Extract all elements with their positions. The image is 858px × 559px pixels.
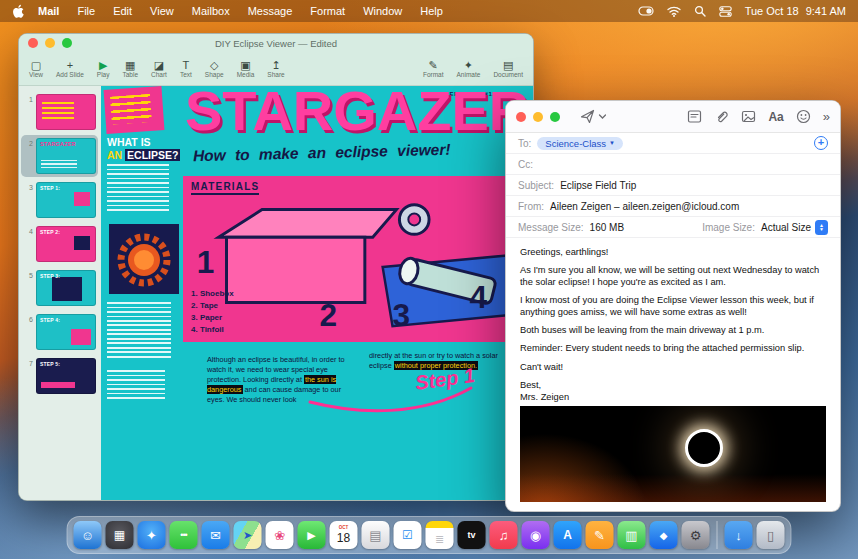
- cc-field[interactable]: Cc:: [506, 154, 840, 175]
- format-fonts-button[interactable]: Aa: [768, 110, 783, 124]
- slide-headline[interactable]: STARGAZER: [185, 86, 529, 143]
- menu-app-name[interactable]: Mail: [29, 5, 68, 17]
- slide-thumbnail-row-2[interactable]: 2 STARGAZER: [21, 135, 98, 177]
- message-body[interactable]: Greetings, earthlings! As I'm sure you a…: [506, 238, 840, 403]
- control-center-icon[interactable]: [719, 6, 732, 17]
- emoji-icon[interactable]: [796, 109, 811, 124]
- menu-item-edit[interactable]: Edit: [104, 5, 141, 17]
- message-size-label: Message Size:: [518, 222, 584, 233]
- paragraph-placeholder[interactable]: [107, 370, 165, 400]
- text-button[interactable]: TText: [180, 59, 192, 78]
- play-button[interactable]: ▶Play: [97, 59, 110, 78]
- paragraph-placeholder[interactable]: [107, 164, 169, 212]
- subject-field[interactable]: Subject: Eclipse Field Trip: [506, 175, 840, 196]
- dock-numbers-icon[interactable]: ▥: [618, 521, 646, 549]
- dock-system-settings-icon[interactable]: ⚙: [682, 521, 710, 549]
- dock-podcasts-icon[interactable]: ◉: [522, 521, 550, 549]
- eclipse-photo-attachment[interactable]: [520, 406, 826, 502]
- dock-trash-icon[interactable]: ▯: [757, 521, 785, 549]
- slide-canvas[interactable]: EXPERIMENT #11 STARGAZER How to make an …: [101, 86, 533, 500]
- slide-thumbnail-6[interactable]: STEP 4:: [36, 314, 96, 350]
- dock-notes-icon[interactable]: ≣: [426, 521, 454, 549]
- dock-tv-icon[interactable]: tv: [458, 521, 486, 549]
- minimize-button[interactable]: [533, 112, 543, 122]
- slide-thumbnail-2[interactable]: STARGAZER: [36, 138, 96, 174]
- slide-thumbnail-4[interactable]: STEP 2:: [36, 226, 96, 262]
- menu-item-mailbox[interactable]: Mailbox: [183, 5, 239, 17]
- dock-launchpad-icon[interactable]: ▦: [106, 521, 134, 549]
- view-button[interactable]: ▢View: [29, 59, 43, 78]
- dock-safari-icon[interactable]: ✦: [138, 521, 166, 549]
- keynote-titlebar[interactable]: DIY Eclipse Viewer — Edited: [19, 34, 533, 52]
- dock-maps-icon[interactable]: ➤: [234, 521, 262, 549]
- animate-button[interactable]: ✦Animate: [457, 59, 481, 78]
- zoom-button[interactable]: [62, 38, 72, 48]
- sun-illustration[interactable]: [109, 224, 179, 294]
- slide-thumbnail-7[interactable]: STEP 5:: [36, 358, 96, 394]
- dock-app-store-icon[interactable]: A: [554, 521, 582, 549]
- materials-panel[interactable]: MATERIALS 1 2 3 4: [183, 176, 521, 342]
- slide-thumbnail-row-3[interactable]: 3 STEP 1:: [21, 179, 98, 221]
- dock-calendar-icon[interactable]: OCT 18: [330, 521, 358, 549]
- menu-item-window[interactable]: Window: [354, 5, 411, 17]
- table-button[interactable]: ▦Table: [122, 59, 138, 78]
- wifi-icon[interactable]: [667, 6, 681, 17]
- slide-thumbnail-row-1[interactable]: 1: [21, 91, 98, 133]
- chart-button[interactable]: ◪Chart: [151, 59, 167, 78]
- insert-photo-icon[interactable]: [741, 109, 756, 124]
- dock-music-icon[interactable]: ♫: [490, 521, 518, 549]
- document-button[interactable]: ▤Document: [493, 59, 523, 78]
- toggle-icon[interactable]: [638, 6, 654, 16]
- media-button[interactable]: ▣Media: [237, 59, 255, 78]
- menu-item-file[interactable]: File: [68, 5, 104, 17]
- dock-reminders-icon[interactable]: ☑: [394, 521, 422, 549]
- menu-item-format[interactable]: Format: [301, 5, 354, 17]
- dock-photos-icon[interactable]: ❀: [266, 521, 294, 549]
- send-icon[interactable]: [580, 109, 595, 124]
- dock-downloads-icon[interactable]: ↓: [725, 521, 753, 549]
- paragraph-placeholder[interactable]: [107, 302, 171, 360]
- shape-button[interactable]: ◇Shape: [205, 59, 224, 78]
- slide-thumbnail-row-4[interactable]: 4 STEP 2:: [21, 223, 98, 265]
- slide-thumbnail-5[interactable]: STEP 3:: [36, 270, 96, 306]
- close-button[interactable]: [28, 38, 38, 48]
- body-paragraph: Both buses will be leaving from the main…: [520, 324, 826, 336]
- what-is-heading[interactable]: WHAT IS AN ECLIPSE?: [107, 136, 180, 161]
- slide-thumbnail-row-5[interactable]: 5 STEP 3:: [21, 267, 98, 309]
- menu-item-view[interactable]: View: [141, 5, 183, 17]
- format-button[interactable]: ✎Format: [423, 59, 444, 78]
- slide-subhead[interactable]: How to make an eclipse viewer!: [193, 141, 451, 166]
- share-button[interactable]: ↥Share: [267, 59, 284, 78]
- slide-thumbnail-3[interactable]: STEP 1:: [36, 182, 96, 218]
- dock-contacts-icon[interactable]: ▤: [362, 521, 390, 549]
- dock-keynote-icon[interactable]: ◆: [650, 521, 678, 549]
- mail-toolbar[interactable]: Aa »: [506, 101, 840, 133]
- menu-clock[interactable]: Tue Oct 18 9:41 AM: [745, 5, 846, 17]
- minimize-button[interactable]: [45, 38, 55, 48]
- add-slide-button[interactable]: +Add Slide: [56, 59, 84, 78]
- search-icon[interactable]: [694, 5, 706, 17]
- slide-thumbnail-row-6[interactable]: 6 STEP 4:: [21, 311, 98, 353]
- zoom-button[interactable]: [550, 112, 560, 122]
- recipient-token[interactable]: Science-Class ▼: [537, 137, 623, 150]
- image-size-select[interactable]: Actual Size ▲▼: [761, 220, 828, 235]
- dock-finder-icon[interactable]: ☺: [74, 521, 102, 549]
- send-options-chevron-icon[interactable]: [598, 112, 607, 121]
- more-toolbar-items-button[interactable]: »: [823, 109, 830, 124]
- dock-messages-icon[interactable]: •••: [170, 521, 198, 549]
- header-fields-icon[interactable]: [687, 109, 702, 124]
- slide-thumbnail-1[interactable]: [36, 94, 96, 130]
- menu-item-message[interactable]: Message: [239, 5, 302, 17]
- apple-menu-icon[interactable]: [12, 4, 25, 19]
- to-field[interactable]: To: Science-Class ▼ +: [506, 133, 840, 154]
- slide-sticker-graphic[interactable]: [104, 86, 165, 134]
- add-recipient-button[interactable]: +: [814, 136, 828, 150]
- slide-thumbnail-row-7[interactable]: 7 STEP 5:: [21, 355, 98, 397]
- from-field[interactable]: From: Aileen Zeigen – aileen.zeigen@iclo…: [506, 196, 840, 217]
- attach-icon[interactable]: [714, 109, 729, 124]
- dock-pages-icon[interactable]: ✎: [586, 521, 614, 549]
- menu-item-help[interactable]: Help: [411, 5, 452, 17]
- dock-mail-icon[interactable]: ✉: [202, 521, 230, 549]
- dock-facetime-icon[interactable]: ▶: [298, 521, 326, 549]
- close-button[interactable]: [516, 112, 526, 122]
